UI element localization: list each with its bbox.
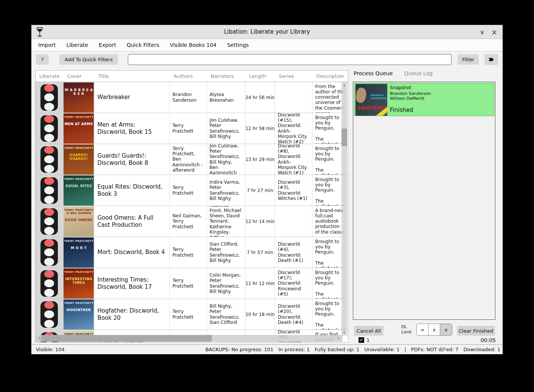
liberate-status-icon[interactable] (40, 115, 58, 142)
liberate-status-icon[interactable] (40, 270, 58, 297)
liberate-status-icon[interactable] (40, 208, 58, 235)
liberate-cell[interactable] (36, 113, 64, 144)
menu-item-liberate[interactable]: Liberate (61, 42, 93, 48)
liberate-cell[interactable] (36, 299, 64, 330)
column-header-authors[interactable]: Authors (170, 71, 207, 82)
liberate-cell[interactable] (36, 237, 64, 268)
traffic-red-light (44, 146, 54, 154)
liberate-status-icon[interactable] (40, 177, 58, 204)
cover-author-text: TERRY PRATCHETT (64, 175, 94, 181)
status-segment: Fully backed up: 1 (315, 347, 359, 352)
liberate-status-icon[interactable] (40, 146, 58, 173)
narrators-cell: Colin Morgan, Peter Serafinowicz, Bill N… (207, 268, 245, 299)
scroll-left-icon[interactable]: ‹ (36, 335, 42, 342)
table-row: TERRY PRATCHETT MEN AT ARMS Men at Arms:… (36, 113, 348, 144)
queue-list: BRANDON SANDERSON SNAPSHOT Snapshot Bran… (353, 82, 495, 320)
table-row: W A R B R E A K E R Warbreaker Brandon S… (36, 82, 348, 113)
narrators-cell: Indira Varma, Peter Serafinowicz, Bill N… (207, 175, 245, 206)
series-cell (275, 82, 312, 113)
completed-checkbox[interactable]: ✓ (359, 337, 364, 343)
liberate-cell[interactable] (36, 144, 64, 175)
traffic-red-light (44, 301, 54, 309)
cover-face-art (355, 87, 367, 103)
horizontal-scrollbar[interactable]: ‹ › (36, 335, 342, 342)
liberate-status-icon[interactable] (40, 239, 58, 266)
menu-item-quick-filters[interactable]: Quick Filters (121, 42, 165, 48)
cover-title-text: GUARDS! GUARDS! (64, 153, 94, 161)
column-header-liberate[interactable]: Liberate (36, 71, 64, 82)
traffic-bottom-light (44, 165, 54, 173)
cancel-all-button[interactable]: Cancel All (354, 326, 383, 336)
authors-cell: Neil Gaiman, Terry Pratchett (170, 206, 207, 237)
queue-item-finished[interactable]: BRANDON SANDERSON SNAPSHOT Snapshot Bran… (354, 83, 494, 116)
narrators-cell: Jon Culshaw, Peter Serafinowicz, Bill Ni… (207, 113, 245, 144)
vertical-scrollbar[interactable]: ∧ ∨ (342, 82, 347, 336)
liberate-status-icon[interactable] (40, 301, 58, 328)
cover-title-text: MEN AT ARMS (64, 122, 94, 126)
filter-button[interactable]: Filter (458, 54, 479, 65)
narrators-cell: Sian Clifford, Peter Serafinowicz, Bill … (207, 237, 245, 268)
traffic-red-light (44, 208, 54, 216)
cover-title-text: GOOD OMENS (64, 218, 94, 222)
traffic-red-light (44, 177, 54, 185)
column-header-cover[interactable]: Cover (64, 71, 95, 82)
liberate-cell[interactable] (36, 268, 64, 299)
dl-limit-value[interactable]: ∞ (417, 324, 428, 335)
scroll-down-icon[interactable]: ∨ (342, 330, 347, 335)
traffic-middle-light (44, 217, 54, 225)
minimize-icon[interactable]: ∨ (478, 28, 487, 37)
authors-cell: Terry Pratchett (170, 299, 207, 330)
cover-cell: TERRY PRATCHETT INTERESTING TIMES (64, 268, 95, 299)
traffic-middle-light (44, 93, 54, 101)
tab-queue-log[interactable]: Queue Log (404, 70, 433, 76)
narrators-cell: Jon Culshaw, Peter Serafinowicz, Bill Ni… (207, 144, 245, 175)
filter-expand-icon[interactable] (484, 54, 498, 65)
scroll-right-icon[interactable]: › (335, 335, 342, 342)
table-row: TERRY PRATCHETT GUARDS! GUARDS! Guards! … (36, 144, 348, 175)
liberate-cell[interactable] (36, 206, 64, 237)
traffic-red-light (44, 270, 54, 278)
authors-cell: Terry Pratchett (170, 268, 207, 299)
menu-item-settings[interactable]: Settings (222, 42, 254, 48)
traffic-bottom-light (44, 289, 54, 297)
spinner-down-icon[interactable]: ∨ (440, 324, 452, 335)
menu-item-visible-books-104[interactable]: Visible Books 104 (165, 42, 222, 48)
table-row: TERRY PRATCHETT & NEIL GAIMAN GOOD OMENS… (36, 206, 348, 237)
search-input[interactable] (128, 54, 452, 65)
column-header-length[interactable]: Length (245, 71, 275, 82)
menu-item-export[interactable]: Export (93, 42, 121, 48)
vertical-scroll-thumb[interactable] (342, 129, 347, 146)
spinner-up-icon[interactable]: ∧ (428, 324, 440, 335)
traffic-red-light (44, 239, 54, 247)
liberate-status-icon[interactable] (40, 84, 58, 111)
book-cover: W A R B R E A K E R (64, 82, 94, 113)
close-icon[interactable]: × (490, 28, 499, 37)
tab-process-queue[interactable]: Process Queue (354, 70, 393, 76)
help-button[interactable]: ? (36, 54, 49, 65)
library-grid: LiberateCoverTitleAuthorsNarratorsLength… (35, 70, 348, 342)
series-cell: Discworld (#20), Discworld: Death (#4) (275, 299, 312, 330)
column-header-series[interactable]: Series (275, 71, 312, 82)
table-row: TERRY PRATCHETT HOGFATHER Hogfather: Dis… (36, 299, 348, 330)
authors-cell: Terry Pratchett (170, 175, 207, 206)
series-cell (275, 206, 312, 237)
scroll-up-icon[interactable]: ∧ (342, 83, 347, 88)
menu-item-import[interactable]: Import (33, 42, 61, 48)
liberate-cell[interactable] (36, 82, 64, 113)
add-to-quick-filters-button[interactable]: Add To Quick Filters (59, 54, 118, 65)
table-row: TERRY PRATCHETT M O R T Mort: Discworld,… (36, 237, 348, 268)
column-header-description[interactable]: Description (312, 71, 348, 82)
column-header-title[interactable]: Title (95, 71, 170, 82)
cover-cell: TERRY PRATCHETT M O R T (64, 237, 95, 268)
cover-author-text: TERRY PRATCHETT & NEIL GAIMAN (64, 206, 94, 215)
length-cell: 10 hr 18 min (245, 299, 275, 330)
book-cover: TERRY PRATCHETT M O R T (64, 237, 94, 268)
horizontal-scroll-thumb[interactable] (42, 335, 212, 342)
liberate-cell[interactable] (36, 175, 64, 206)
backup-stats: BACKUPS: No progress: 101In process: 1Fu… (205, 347, 500, 352)
queue-item-cover: BRANDON SANDERSON SNAPSHOT (355, 84, 387, 116)
clear-finished-button[interactable]: Clear Finished (457, 326, 495, 336)
title-cell: Hogfather: Discworld, Book 20 (95, 299, 170, 330)
column-header-narrators[interactable]: Narrators (207, 71, 245, 82)
title-cell: Mort: Discworld, Book 4 (95, 237, 170, 268)
